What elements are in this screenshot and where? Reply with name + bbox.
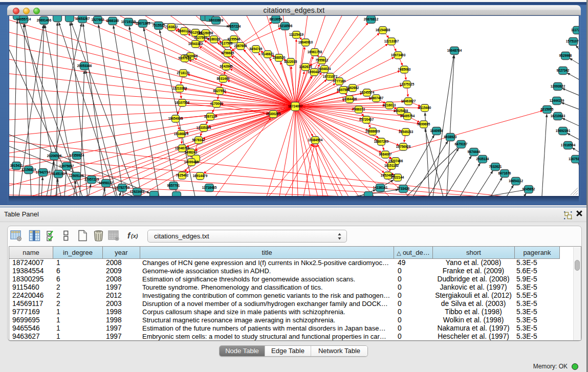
table-row[interactable]: 946554611997Estimation of the future num… xyxy=(9,324,581,333)
table-row[interactable]: 946362711997Embryonic stem cells: a mode… xyxy=(9,333,581,341)
table-row[interactable]: 1872400712008Changes of HCN gene express… xyxy=(9,259,581,267)
cell-title: Embryonic stem cells: a model to study s… xyxy=(142,333,393,341)
cell-short: Nakamura et al. (1997) xyxy=(433,324,514,333)
table-row[interactable]: 969969511998Structural magnetic resonanc… xyxy=(9,316,581,324)
cell-in_degree: 1 xyxy=(56,316,102,324)
node-label: 8427552 xyxy=(213,89,226,93)
node-label: 1527602 xyxy=(92,18,104,21)
column-header-in_degree[interactable]: in_degree xyxy=(53,247,103,259)
node-label: 7955812 xyxy=(316,58,329,62)
black-edge xyxy=(476,171,493,196)
node-label: 4170046 xyxy=(210,102,223,105)
node-label: 15207466 xyxy=(388,159,403,163)
panel-close-icon[interactable] xyxy=(576,209,583,217)
table-select-value: citations_edges.txt xyxy=(154,232,209,240)
node-label: 1588520 xyxy=(273,56,286,59)
red-edge xyxy=(9,59,295,106)
column-header-short[interactable]: short xyxy=(433,247,515,259)
node-label: 16033809 xyxy=(209,18,224,22)
black-edge xyxy=(403,135,434,189)
cell-name: 9115460 xyxy=(12,283,52,292)
node-label: 13975657 xyxy=(59,164,74,168)
new-table-icon[interactable] xyxy=(78,230,88,242)
citation-node[interactable] xyxy=(172,192,181,196)
float-window-icon[interactable] xyxy=(563,211,573,220)
table-row[interactable]: 1938455462009Genome-wide association stu… xyxy=(9,267,581,275)
node-label: 15692391 xyxy=(556,129,571,133)
cell-out_degree: 0 xyxy=(398,333,432,341)
table-row[interactable]: 911546021997Tourette syndrome. Phenomeno… xyxy=(9,283,581,292)
column-header-title[interactable]: title xyxy=(140,247,394,259)
tab-node-table[interactable]: Node Table xyxy=(220,346,265,356)
sort-ascending-icon: △ xyxy=(397,250,403,256)
tab-edge-table[interactable]: Edge Table xyxy=(265,346,311,356)
cell-pagerank: 5.3E-5 xyxy=(516,324,559,333)
red-edge xyxy=(267,106,295,196)
table-row[interactable]: 2242004622012Investigating the contribut… xyxy=(9,292,581,300)
cell-out_degree: 0 xyxy=(398,267,432,275)
column-header-pagerank[interactable]: pagerank xyxy=(515,247,560,259)
citation-node[interactable] xyxy=(364,192,373,196)
cell-pagerank: 5.5E-5 xyxy=(516,292,559,300)
table-panel-header: Table Panel xyxy=(0,207,586,222)
table-select-combobox[interactable]: citations_edges.txt xyxy=(147,230,347,243)
citation-node[interactable] xyxy=(53,16,62,22)
cell-name: 18724007 xyxy=(12,259,52,267)
table-header-row: namein_degreeyeartitle△ out_de…shortpage… xyxy=(9,247,581,259)
node-label: 8756685 xyxy=(222,51,234,55)
cell-name: 9777169 xyxy=(12,308,52,316)
show-column-icon[interactable] xyxy=(29,230,40,242)
node-label: 16245574 xyxy=(360,91,375,94)
create-column-icon[interactable] xyxy=(63,230,69,242)
node-label: 11675355 xyxy=(569,157,579,161)
cell-in_degree: 2 xyxy=(56,292,102,300)
function-builder-icon[interactable]: f (x) xyxy=(127,230,139,242)
node-label: 1362615 xyxy=(299,65,312,69)
resize-grip-icon[interactable] xyxy=(571,188,578,195)
node-label: 17942737 xyxy=(36,170,51,174)
table-options-icon[interactable] xyxy=(10,230,22,242)
cell-name: 22420046 xyxy=(12,292,52,300)
column-header-year[interactable]: year xyxy=(103,247,140,259)
cell-in_degree: 1 xyxy=(56,333,102,341)
citation-node[interactable] xyxy=(66,16,74,22)
citation-node[interactable] xyxy=(150,191,159,196)
cell-in_degree: 2 xyxy=(56,300,102,308)
svg-text:f: f xyxy=(127,231,131,240)
table-row[interactable]: 1830029562008Estimation of significance … xyxy=(9,275,581,283)
black-edge xyxy=(562,88,579,97)
vertical-scrollbar[interactable] xyxy=(573,247,581,341)
node-table[interactable]: namein_degreeyeartitle△ out_de…shortpage… xyxy=(9,246,581,341)
node-label: 7625402 xyxy=(176,173,189,177)
network-window-titlebar[interactable]: citations_edges.txt xyxy=(7,5,581,15)
node-label: 9699695 xyxy=(418,122,430,126)
node-label: 2367608 xyxy=(234,44,247,48)
node-label: 9115460 xyxy=(419,106,431,110)
node-label: 11325419 xyxy=(289,33,304,36)
select-columns-icon[interactable] xyxy=(46,230,57,242)
column-header-out_de[interactable]: △ out_de… xyxy=(394,247,433,259)
node-label: 9857791 xyxy=(167,184,180,187)
cell-name: 19384554 xyxy=(12,267,52,275)
table-row[interactable]: 1456911722003Disruption of a novel membe… xyxy=(9,300,581,308)
black-edge xyxy=(491,178,502,196)
frame-inner-shadow xyxy=(9,196,579,202)
node-label: 21364436 xyxy=(342,97,357,101)
cell-short: Hescheler et al. (1997) xyxy=(433,333,514,341)
cell-title: Investigating the contribution of common… xyxy=(142,292,393,300)
node-label: 16961758 xyxy=(308,50,322,54)
node-label: 12156819 xyxy=(21,168,36,171)
network-canvas[interactable]: 1405571420691406106532671527602696616010… xyxy=(9,15,579,196)
node-label: 10543382 xyxy=(188,42,203,46)
node-label: 15720407 xyxy=(359,118,374,121)
tab-network-table[interactable]: Network Table xyxy=(311,346,367,356)
cell-name: 9463627 xyxy=(12,333,52,341)
delete-table-disabled-icon xyxy=(108,230,119,242)
table-row[interactable]: 977716911998Corpus callosum shape and si… xyxy=(9,308,581,316)
delete-column-icon[interactable] xyxy=(93,230,104,242)
node-label: 19166829 xyxy=(174,132,189,136)
node-label: 10653267 xyxy=(75,17,90,20)
column-header-name[interactable]: name xyxy=(9,247,53,259)
scrollbar-thumb[interactable] xyxy=(575,260,580,271)
node-label: 13716485 xyxy=(202,186,217,189)
